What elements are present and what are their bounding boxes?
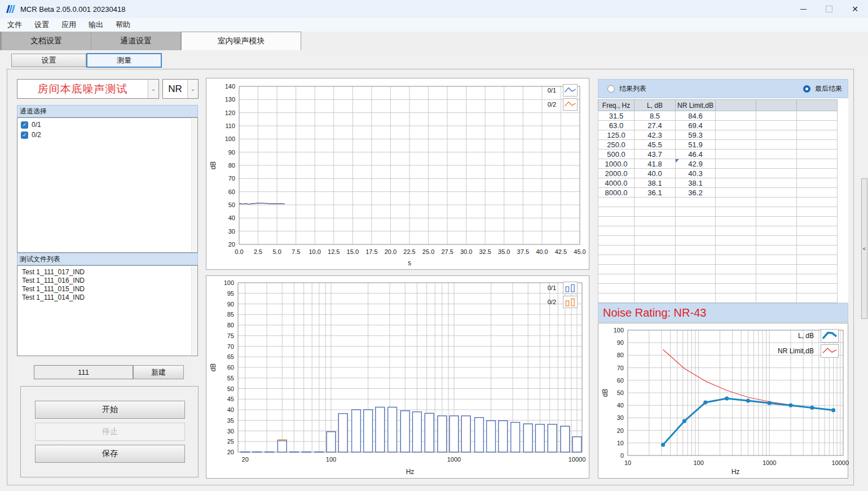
- table-cell: 125.0: [598, 130, 635, 140]
- file-name-input[interactable]: 111: [34, 365, 133, 379]
- svg-text:40.0: 40.0: [536, 248, 548, 255]
- noise-rating-band: Noise Rating: NR-43: [598, 303, 848, 322]
- table-cell: [598, 217, 635, 226]
- table-cell: [716, 226, 756, 236]
- table-cell: [635, 293, 676, 303]
- svg-text:Hz: Hz: [406, 468, 415, 476]
- new-button[interactable]: 新建: [133, 365, 184, 379]
- start-button[interactable]: 开始: [35, 401, 185, 419]
- channel-list[interactable]: ✓0/1✓0/2: [17, 117, 198, 253]
- svg-text:0: 0: [620, 452, 624, 459]
- chevron-down-icon[interactable]: ⌄: [148, 80, 158, 98]
- minimize-button[interactable]: [790, 0, 816, 18]
- save-button[interactable]: 保存: [35, 445, 185, 463]
- table-cell: [756, 188, 797, 198]
- test-name-combo[interactable]: 房间本底噪声测试 ⌄: [17, 79, 159, 99]
- bar-0/1-10000: [572, 437, 581, 452]
- legend-label: 0/1: [548, 87, 556, 94]
- table-cell: [635, 255, 676, 265]
- bar-0/1-31.5: [265, 452, 274, 453]
- spectrum_third_octave-svg: 2025303540455055606570758085909510020100…: [206, 276, 590, 479]
- menu-item-3[interactable]: 输出: [82, 18, 109, 32]
- table-row: 2000.040.040.3: [598, 169, 838, 178]
- spectrum-chart: 2025303540455055606570758085909510020100…: [206, 275, 589, 479]
- close-button[interactable]: ✕: [842, 0, 868, 18]
- table-cell: [598, 293, 635, 303]
- svg-text:65: 65: [227, 353, 234, 360]
- table-cell: [676, 293, 716, 303]
- rating-combo[interactable]: NR ⌄: [162, 79, 199, 99]
- table-cell: [716, 140, 756, 150]
- table-cell: [756, 121, 797, 130]
- svg-text:75: 75: [227, 332, 234, 339]
- tab-settings[interactable]: 设置: [11, 54, 86, 67]
- channel-section-header: 通道选择: [17, 105, 198, 117]
- main-tab-0[interactable]: 文档设置: [2, 32, 91, 50]
- main-tab-2[interactable]: 室内噪声模块: [181, 32, 301, 50]
- table-row: [598, 255, 838, 265]
- result-col-header-4: [756, 100, 797, 111]
- svg-text:100: 100: [693, 459, 703, 466]
- svg-text:0.0: 0.0: [235, 248, 243, 255]
- file-item-2[interactable]: Test 1_111_015_IND: [17, 285, 197, 293]
- menu-item-1[interactable]: 设置: [28, 18, 55, 32]
- svg-text:20: 20: [227, 449, 234, 455]
- table-cell: [716, 150, 756, 159]
- menu-item-0[interactable]: 文件: [1, 18, 28, 32]
- svg-text:45.0: 45.0: [574, 248, 585, 255]
- table-cell: [716, 284, 756, 293]
- chevron-down-icon[interactable]: ⌄: [187, 80, 198, 98]
- checkbox-icon[interactable]: ✓: [21, 131, 28, 139]
- bar-0/1-6300: [548, 424, 557, 452]
- result-list-radio[interactable]: 结果列表: [607, 84, 646, 94]
- radio-icon: [803, 85, 810, 93]
- maximize-button[interactable]: [816, 0, 842, 18]
- bar-0/1-80: [315, 452, 324, 453]
- file-item-1[interactable]: Test 1_111_016_IND: [17, 277, 197, 285]
- menu-item-2[interactable]: 应用: [55, 18, 82, 32]
- channel-row-1[interactable]: ✓0/2: [17, 130, 197, 140]
- menu-item-4[interactable]: 帮助: [109, 18, 136, 32]
- noise-rating-text: Noise Rating: NR-43: [603, 306, 706, 319]
- legend-label: 0/2: [548, 101, 556, 108]
- svg-text:s: s: [408, 259, 411, 267]
- table-cell: [797, 159, 838, 169]
- svg-text:10000: 10000: [832, 459, 849, 466]
- result-table-wrap: Freq., HzL, dBNR Limit,dB 31.58.584.663.…: [598, 98, 848, 302]
- table-cell: [716, 188, 756, 198]
- svg-text:30: 30: [228, 228, 235, 235]
- table-row: 4000.038.138.1: [598, 178, 838, 188]
- table-row: 250.045.551.9: [598, 140, 838, 150]
- tab-measure[interactable]: 测量: [86, 53, 162, 68]
- bar-0/1-315: [388, 407, 397, 453]
- main-tab-1[interactable]: 通道设置: [91, 32, 181, 50]
- table-cell: 40.3: [676, 169, 716, 178]
- collapse-panel-button[interactable]: <: [861, 178, 867, 319]
- table-cell: [598, 226, 635, 236]
- menu-bar: 文件设置应用输出帮助: [0, 18, 868, 32]
- last-result-radio[interactable]: 最后结果: [803, 84, 842, 94]
- test-file-list[interactable]: Test 1_111_017_INDTest 1_111_016_INDTest…: [17, 265, 198, 356]
- svg-text:20: 20: [242, 456, 249, 463]
- checkbox-icon[interactable]: ✓: [21, 121, 28, 129]
- file-item-0[interactable]: Test 1_111_017_IND: [17, 268, 197, 277]
- table-cell: [797, 130, 838, 140]
- channel-row-0[interactable]: ✓0/1: [17, 120, 197, 130]
- table-cell: [756, 159, 797, 169]
- svg-text:10000: 10000: [569, 456, 586, 463]
- svg-text:85: 85: [227, 311, 234, 318]
- legend-line-icon: [563, 98, 578, 111]
- title-bar: MCR Beta 2.05.0.001 20230418 ✕: [0, 0, 868, 18]
- svg-text:100: 100: [614, 327, 624, 334]
- bar-0/1-4000: [523, 424, 532, 452]
- table-cell: [756, 130, 797, 140]
- table-row: [598, 246, 838, 255]
- table-cell: [797, 265, 838, 274]
- file-item-3[interactable]: Test 1_111_014_IND: [17, 293, 197, 302]
- table-cell: [756, 226, 797, 236]
- bar-0/1-5000: [535, 424, 544, 452]
- noise_rating_curve-legend: L, dBNR Limit,dB: [778, 329, 839, 358]
- table-cell: 38.1: [676, 178, 716, 188]
- table-cell: [635, 217, 676, 226]
- svg-text:17.5: 17.5: [365, 248, 377, 255]
